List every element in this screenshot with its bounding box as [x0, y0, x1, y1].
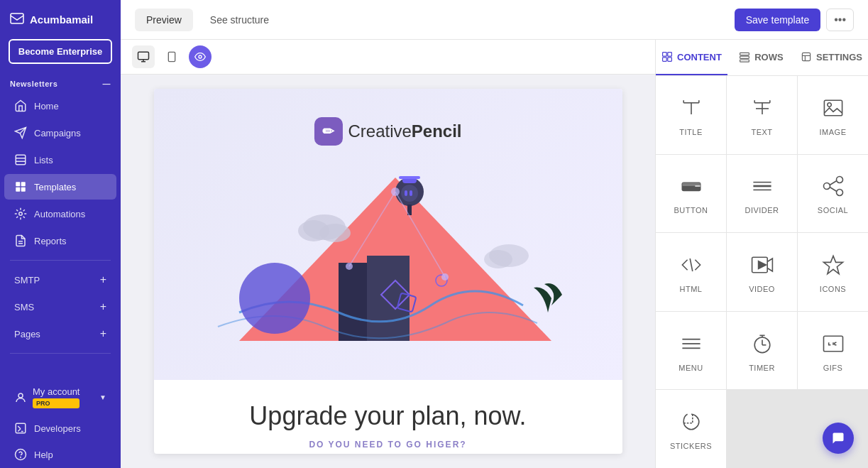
- chat-button[interactable]: [823, 423, 854, 454]
- svg-rect-7: [21, 182, 26, 186]
- content-item-video[interactable]: VIDEO: [727, 233, 797, 311]
- svg-rect-69: [824, 100, 842, 116]
- sidebar-item-pages[interactable]: Pages +: [4, 321, 116, 347]
- sidebar-item-home[interactable]: Home: [4, 93, 116, 119]
- content-item-title[interactable]: TITLE: [656, 76, 726, 154]
- sidebar-item-my-account[interactable]: My account PRO ▼: [4, 380, 116, 415]
- main-area: Preview See structure Save template •••: [121, 0, 868, 468]
- email-hero: ✏ CreativePencil: [154, 89, 622, 380]
- content-item-html[interactable]: HTML: [656, 233, 726, 311]
- content-item-gifs[interactable]: GIFS: [798, 312, 868, 390]
- content-item-icons[interactable]: ICONS: [798, 233, 868, 311]
- sidebar-item-reports[interactable]: Reports: [4, 228, 116, 254]
- content-item-image[interactable]: IMAGE: [798, 76, 868, 154]
- svg-rect-20: [138, 52, 149, 60]
- mobile-device-button[interactable]: [160, 45, 183, 68]
- sidebar-item-automations[interactable]: Automations: [4, 201, 116, 227]
- svg-rect-9: [21, 187, 26, 192]
- social-icon: [819, 172, 847, 200]
- more-options-button[interactable]: •••: [826, 9, 854, 31]
- email-preview: ✏ CreativePencil: [154, 89, 622, 454]
- svg-point-42: [239, 263, 310, 334]
- chat-icon: [831, 431, 845, 445]
- sidebar-item-reports-label: Reports: [34, 236, 67, 246]
- email-subheadline: DO YOU NEED TO GO HIGER?: [189, 440, 587, 450]
- pages-expand-icon: +: [100, 327, 106, 340]
- tab-content[interactable]: CONTENT: [656, 40, 727, 75]
- content-grid: TITLE TEXT: [656, 76, 868, 468]
- content-item-menu[interactable]: MENU: [656, 312, 726, 390]
- tab-rows[interactable]: ROWS: [727, 40, 795, 75]
- svg-rect-52: [663, 58, 667, 62]
- desktop-icon: [137, 50, 150, 63]
- eye-preview-button[interactable]: [189, 45, 211, 68]
- app-logo: Acumbamail: [0, 0, 121, 39]
- sidebar-item-templates[interactable]: Templates: [4, 174, 116, 200]
- image-icon: [819, 94, 847, 122]
- stickers-icon: [677, 408, 705, 436]
- app-name: Acumbamail: [30, 13, 93, 26]
- content-item-timer[interactable]: TIMER: [727, 312, 797, 390]
- content-item-button[interactable]: BUTTON: [656, 155, 726, 233]
- sidebar-item-campaigns-label: Campaigns: [34, 128, 81, 138]
- become-enterprise-button[interactable]: Become Enterprise: [9, 39, 112, 64]
- see-structure-tab[interactable]: See structure: [199, 9, 280, 31]
- video-icon: [748, 251, 776, 279]
- timer-label: TIMER: [749, 364, 775, 372]
- help-icon: [14, 448, 27, 461]
- svg-point-13: [18, 393, 23, 398]
- pro-badge: PRO: [33, 398, 79, 408]
- lists-icon: [14, 153, 27, 166]
- menu-icon: [677, 330, 705, 358]
- content-item-social[interactable]: SOCIAL: [798, 155, 868, 233]
- svg-point-10: [19, 212, 23, 216]
- sidebar-item-smtp[interactable]: SMTP +: [4, 267, 116, 293]
- content-item-divider[interactable]: DIVIDER: [727, 155, 797, 233]
- sidebar-item-help[interactable]: Help: [4, 442, 116, 467]
- sidebar-item-lists[interactable]: Lists: [4, 147, 116, 173]
- divider-label: DIVIDER: [745, 206, 779, 214]
- svg-rect-0: [11, 13, 23, 23]
- gifs-label: GIFS: [823, 364, 843, 372]
- collapse-icon: —: [103, 80, 111, 88]
- icons-label: ICONS: [820, 285, 846, 293]
- text-label: TEXT: [751, 128, 772, 136]
- sidebar-item-templates-label: Templates: [34, 182, 76, 192]
- eye-icon: [194, 51, 206, 62]
- image-label: IMAGE: [820, 128, 847, 136]
- svg-rect-35: [410, 190, 412, 196]
- right-panel: CONTENT ROWS SETTINGS: [655, 40, 868, 468]
- svg-rect-32: [399, 176, 420, 179]
- sidebar-item-automations-label: Automations: [34, 209, 85, 219]
- sidebar-item-home-label: Home: [34, 101, 59, 111]
- svg-point-25: [199, 55, 202, 58]
- divider-2: [10, 353, 111, 354]
- svg-line-82: [690, 259, 693, 271]
- sidebar-item-campaigns[interactable]: Campaigns: [4, 120, 116, 146]
- reports-icon: [14, 234, 27, 247]
- preview-tab[interactable]: Preview: [135, 9, 193, 31]
- account-label: My account: [33, 386, 79, 397]
- menu-label: MENU: [679, 364, 703, 372]
- account-chevron-icon: ▼: [99, 393, 106, 401]
- button-icon: [677, 172, 705, 200]
- svg-point-48: [346, 263, 353, 270]
- preview-content: ✏ CreativePencil: [121, 75, 655, 468]
- email-headline: Upgrade your plan, now.: [189, 401, 587, 431]
- save-template-button[interactable]: Save template: [735, 9, 821, 31]
- sidebar-item-developers[interactable]: Developers: [4, 415, 116, 441]
- content-item-stickers[interactable]: STICKERS: [656, 390, 726, 468]
- right-panel-tabs: CONTENT ROWS SETTINGS: [656, 40, 868, 76]
- desktop-device-button[interactable]: [132, 45, 155, 68]
- svg-point-77: [836, 177, 842, 183]
- newsletters-section: Newsletters —: [0, 75, 121, 92]
- svg-rect-28: [367, 256, 410, 341]
- title-icon: [677, 94, 705, 122]
- tab-settings[interactable]: SETTINGS: [795, 40, 868, 75]
- rows-tab-icon: [739, 51, 750, 62]
- gifs-icon: [819, 330, 847, 358]
- sidebar-item-sms[interactable]: SMS +: [4, 294, 116, 320]
- svg-point-79: [836, 190, 842, 196]
- social-label: SOCIAL: [818, 206, 848, 214]
- content-item-text[interactable]: TEXT: [727, 76, 797, 154]
